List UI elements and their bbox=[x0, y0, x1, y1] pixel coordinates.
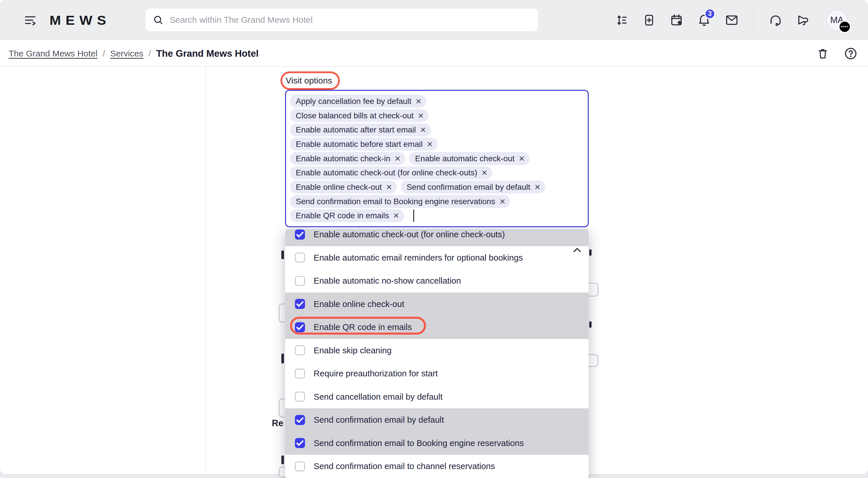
help-button[interactable] bbox=[844, 46, 858, 61]
dropdown-option[interactable]: Enable skip cleaning bbox=[285, 339, 589, 362]
visit-options-multiselect[interactable]: Apply cancellation fee by default✕Close … bbox=[285, 90, 589, 227]
checkbox-unchecked-icon[interactable] bbox=[295, 276, 305, 286]
obscured-content-fragment bbox=[281, 251, 284, 259]
mews-application-window: MEWS bbox=[0, 0, 868, 478]
timeline-sort-button[interactable] bbox=[615, 13, 629, 27]
option-label: Send cancellation email by default bbox=[314, 392, 443, 402]
checkbox-checked-icon[interactable] bbox=[295, 299, 305, 309]
selected-option-tag: Enable automatic before start email✕ bbox=[290, 138, 437, 151]
option-label: Enable automatic no-show cancellation bbox=[314, 276, 461, 286]
tag-remove-icon[interactable]: ✕ bbox=[415, 98, 422, 105]
option-label: Enable automatic check-out (for online c… bbox=[314, 229, 505, 239]
checkbox-unchecked-icon[interactable] bbox=[295, 369, 305, 379]
announcements-button[interactable] bbox=[796, 13, 810, 27]
selected-option-tag: Enable automatic check-in✕ bbox=[290, 152, 405, 165]
tag-remove-icon[interactable]: ✕ bbox=[393, 212, 399, 219]
option-label: Send confirmation email by default bbox=[314, 415, 444, 425]
checkbox-unchecked-icon[interactable] bbox=[295, 461, 305, 471]
search-input[interactable] bbox=[169, 15, 531, 25]
page-actions bbox=[816, 40, 858, 67]
user-avatar[interactable]: MA MEWS bbox=[826, 9, 848, 31]
breadcrumb-link-services[interactable]: Services bbox=[110, 49, 144, 59]
notifications-button[interactable]: 3 bbox=[697, 13, 711, 27]
tag-label: Apply cancellation fee by default bbox=[296, 97, 411, 106]
mews-logo: MEWS bbox=[50, 13, 111, 28]
tag-remove-icon[interactable]: ✕ bbox=[519, 155, 525, 162]
dropdown-option[interactable]: Require preauthorization for start bbox=[285, 362, 589, 385]
tag-remove-icon[interactable]: ✕ bbox=[481, 169, 488, 177]
selected-option-tag: Send confirmation email by default✕ bbox=[401, 181, 545, 193]
dropdown-option[interactable]: Enable automatic check-out (for online c… bbox=[285, 229, 589, 246]
breadcrumb-link-property[interactable]: The Grand Mews Hotel bbox=[9, 49, 97, 59]
selected-option-tag: Enable automatic check-out✕ bbox=[409, 152, 529, 165]
tag-row: Apply cancellation fee by default✕ bbox=[290, 94, 584, 108]
tag-row: Enable automatic check-in✕Enable automat… bbox=[290, 152, 584, 166]
visit-options-dropdown: Enable automatic check-out (for online c… bbox=[285, 229, 589, 478]
option-label: Enable automatic email reminders for opt… bbox=[314, 253, 523, 263]
messages-button[interactable] bbox=[724, 13, 739, 27]
mews-avatar-badge: MEWS bbox=[838, 21, 851, 33]
tag-remove-icon[interactable]: ✕ bbox=[394, 155, 401, 162]
selected-option-tag: Send confirmation email to Booking engin… bbox=[290, 195, 510, 208]
tag-label: Enable automatic check-out bbox=[415, 154, 515, 163]
create-new-button[interactable] bbox=[642, 13, 656, 27]
chevron-up-icon bbox=[571, 244, 584, 257]
notification-count-badge: 3 bbox=[705, 8, 715, 19]
checkbox-unchecked-icon[interactable] bbox=[295, 392, 305, 402]
help-icon bbox=[844, 46, 858, 61]
selected-option-tag: Enable automatic check-out (for online c… bbox=[290, 166, 492, 180]
sidebar-toggle-button[interactable] bbox=[23, 13, 38, 28]
dropdown-option[interactable]: Send confirmation email to channel reser… bbox=[285, 455, 589, 478]
tag-label: Send confirmation email to Booking engin… bbox=[296, 197, 495, 206]
dropdown-option[interactable]: Send confirmation email to Booking engin… bbox=[285, 432, 589, 455]
tag-remove-icon[interactable]: ✕ bbox=[417, 112, 424, 120]
headset-icon bbox=[768, 13, 783, 27]
tag-remove-icon[interactable]: ✕ bbox=[386, 184, 392, 191]
breadcrumb-separator: / bbox=[149, 49, 151, 59]
obscured-section-heading-fragment: Re bbox=[272, 418, 283, 428]
checkbox-unchecked-icon[interactable] bbox=[295, 253, 305, 263]
checkbox-checked-icon[interactable] bbox=[295, 415, 305, 425]
tag-label: Send confirmation email by default bbox=[407, 183, 530, 192]
visit-options-label: Visit options bbox=[286, 76, 332, 86]
tag-label: Enable QR code in emails bbox=[296, 211, 389, 220]
availability-calendar-button[interactable] bbox=[669, 13, 684, 27]
dropdown-option[interactable]: Enable online check-out bbox=[285, 292, 589, 316]
topbar-actions: 3 bbox=[615, 0, 848, 40]
option-label: Enable QR code in emails bbox=[314, 322, 412, 332]
selected-option-tag: Enable online check-out✕ bbox=[290, 181, 397, 193]
delete-service-button[interactable] bbox=[816, 47, 829, 60]
tag-remove-icon[interactable]: ✕ bbox=[534, 184, 540, 191]
global-search[interactable] bbox=[146, 9, 538, 31]
tag-remove-icon[interactable]: ✕ bbox=[427, 140, 433, 148]
tag-row: Enable automatic before start email✕ bbox=[290, 137, 584, 152]
option-label: Enable online check-out bbox=[314, 299, 404, 309]
selected-option-tag: Enable QR code in emails✕ bbox=[290, 209, 404, 222]
dropdown-option[interactable]: Enable automatic email reminders for opt… bbox=[285, 246, 589, 269]
option-label: Require preauthorization for start bbox=[314, 369, 438, 378]
option-label: Send confirmation email to Booking engin… bbox=[314, 438, 524, 448]
option-label: Send confirmation email to channel reser… bbox=[314, 461, 495, 471]
checkbox-checked-icon[interactable] bbox=[295, 229, 305, 240]
dropdown-option[interactable]: Send confirmation email by default bbox=[285, 408, 589, 432]
obscured-content-fragment bbox=[281, 354, 284, 363]
selected-option-tag: Apply cancellation fee by default✕ bbox=[290, 95, 426, 108]
breadcrumb-bar: The Grand Mews Hotel / Services / The Gr… bbox=[0, 40, 868, 67]
tag-label: Enable automatic check-in bbox=[296, 154, 390, 163]
checkbox-unchecked-icon[interactable] bbox=[295, 345, 305, 355]
add-icon bbox=[642, 13, 656, 27]
breadcrumb: The Grand Mews Hotel / Services / The Gr… bbox=[9, 40, 259, 67]
tag-remove-icon[interactable]: ✕ bbox=[499, 198, 506, 205]
dropdown-option[interactable]: Send cancellation email by default bbox=[285, 385, 589, 409]
checkbox-checked-icon[interactable] bbox=[295, 438, 305, 448]
sort-lines-icon bbox=[615, 13, 629, 27]
collapse-dropdown-button[interactable] bbox=[570, 243, 585, 258]
support-button[interactable] bbox=[768, 13, 783, 27]
tag-row: Close balanced bills at check-out✕ bbox=[290, 108, 584, 123]
dropdown-option-qr-code[interactable]: Enable QR code in emails bbox=[285, 316, 589, 339]
dropdown-option[interactable]: Enable automatic no-show cancellation bbox=[285, 269, 589, 292]
checkbox-checked-icon[interactable] bbox=[295, 322, 305, 332]
tag-remove-icon[interactable]: ✕ bbox=[420, 126, 426, 134]
obscured-content-fragment bbox=[589, 321, 592, 328]
breadcrumb-separator: / bbox=[102, 49, 105, 59]
